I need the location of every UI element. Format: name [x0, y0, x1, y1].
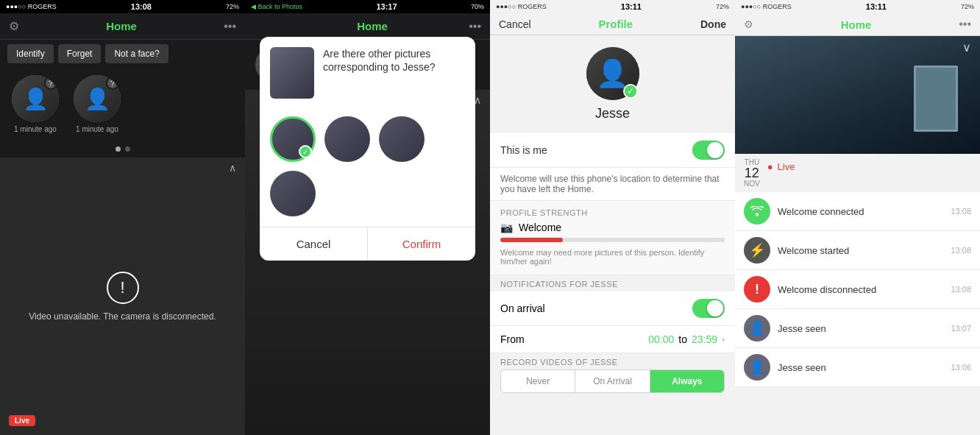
- modal-cancel-button[interactable]: Cancel: [260, 227, 368, 261]
- nav-title-1: Home: [106, 20, 137, 32]
- chevron-down-icon[interactable]: ∨: [962, 40, 971, 54]
- battery-3: 72%: [716, 3, 729, 10]
- nav-bar-4: ⚙ Home •••: [735, 13, 980, 36]
- from-time: 00:00: [648, 333, 674, 345]
- date-badge: THU 12 NOV ● Live: [735, 154, 980, 192]
- activity-item-4[interactable]: 👤 Jesse seen 13:06: [735, 348, 980, 387]
- face-item-1[interactable]: 👤 ? 1 minute ago: [12, 75, 59, 133]
- activity-time-3: 13:07: [951, 324, 971, 333]
- nav-bar-1: ⚙ Home •••: [0, 13, 245, 40]
- panel-profile: ●●●○○ ROGERS 13:11 72% Cancel Profile Do…: [490, 0, 735, 435]
- activity-text-1: Welcome started: [778, 245, 943, 256]
- nav-dots-2[interactable]: •••: [469, 20, 481, 33]
- time-4: 13:11: [866, 2, 887, 11]
- modal-face-4[interactable]: [270, 171, 316, 216]
- modal-preview-face: [270, 47, 314, 99]
- this-is-me-label: This is me: [500, 144, 547, 156]
- date-month: NOV: [744, 180, 760, 188]
- profile-avatar: 👤 ✓: [586, 47, 639, 100]
- location-note: Welcome will use this phone's location t…: [490, 168, 735, 201]
- identify-button[interactable]: Identify: [7, 44, 54, 63]
- on-arrival-toggle[interactable]: [692, 299, 725, 318]
- chevron-right-icon: ›: [722, 334, 725, 344]
- to-time: 23:59: [692, 333, 717, 345]
- activity-text-2: Welcome disconnected: [778, 284, 943, 295]
- strength-bar-fill: [500, 238, 563, 242]
- record-buttons: Never On Arrival Always: [500, 369, 725, 393]
- panel-home-disconnected: ●●●○○ ROGERS 13:08 72% ⚙ Home ••• Identi…: [0, 0, 245, 435]
- time-2: 13:17: [376, 2, 397, 11]
- on-arrival-row[interactable]: On arrival: [490, 291, 735, 326]
- wifi-icon: [744, 198, 770, 224]
- check-icon: ✓: [299, 145, 312, 158]
- face-time-2: 1 minute ago: [76, 125, 118, 133]
- cancel-button-3[interactable]: Cancel: [499, 18, 531, 30]
- live-feed: ∨: [735, 36, 980, 154]
- activity-text-3: Jesse seen: [778, 323, 943, 334]
- notifications-header: NOTIFICATIONS FOR JESSE: [490, 275, 735, 291]
- carrier-3: ●●●○○ ROGERS: [496, 3, 547, 10]
- chevron-up-icon[interactable]: ∧: [229, 162, 236, 174]
- this-is-me-toggle[interactable]: [692, 141, 725, 160]
- alert-circle-icon: !: [107, 272, 139, 304]
- toggle-knob: [707, 142, 723, 158]
- to-label: to: [678, 333, 687, 345]
- carrier-1: ●●●○○ ROGERS: [6, 3, 57, 10]
- not-a-face-button[interactable]: Not a face?: [105, 44, 168, 63]
- strength-note: Welcome may need more pictures of this p…: [500, 247, 725, 267]
- panel-home-modal: ◀ Back to Photos 13:17 70% Home ••• ? ? …: [245, 0, 490, 435]
- activity-time-2: 13:08: [951, 285, 971, 294]
- record-section-header: RECORD VIDEOS OF JESSE: [490, 353, 735, 369]
- time-range-row[interactable]: From 00:00 to 23:59 ›: [490, 326, 735, 353]
- nav-dots-4[interactable]: •••: [959, 18, 971, 31]
- face-grid-1: 👤 ? 1 minute ago 👤 ? 1 minute ago: [0, 68, 245, 141]
- profile-strength-section: PROFILE STRENGTH 📷 Welcome Welcome may n…: [490, 201, 735, 275]
- page-dots-1: [0, 141, 245, 158]
- nav-title-2: Home: [357, 20, 388, 32]
- activity-text-0: Welcome connected: [778, 206, 943, 217]
- strength-bar: [500, 238, 725, 242]
- activity-item-1[interactable]: ⚡ Welcome started 13:08: [735, 231, 980, 270]
- panel-live-activity: ●●●○○ ROGERS 13:11 72% ⚙ Home ••• ∨ THU …: [735, 0, 980, 435]
- gear-icon-1[interactable]: ⚙: [9, 19, 19, 33]
- this-is-me-row[interactable]: This is me: [490, 133, 735, 168]
- forget-button[interactable]: Forget: [58, 44, 102, 63]
- face-icon-4: 👤: [744, 354, 770, 381]
- activity-item-3[interactable]: 👤 Jesse seen 13:07: [735, 309, 980, 348]
- activity-item-2[interactable]: ! Welcome disconnected 13:08: [735, 270, 980, 309]
- modal-face-selected[interactable]: ✓: [270, 116, 316, 162]
- profile-title: Profile: [598, 18, 633, 30]
- modal-face-3[interactable]: [379, 116, 425, 162]
- record-never-button[interactable]: Never: [501, 370, 575, 392]
- activity-text-4: Jesse seen: [778, 362, 943, 373]
- modal-confirm-button[interactable]: Confirm: [368, 227, 475, 261]
- live-dot-icon: ●: [767, 161, 773, 172]
- welcome-label: Welcome: [519, 222, 561, 233]
- face-circle-2: 👤 ?: [74, 75, 121, 122]
- toggle-knob-2: [707, 300, 723, 316]
- dot-inactive: [125, 146, 130, 152]
- profile-nav: Cancel Profile Done: [490, 13, 735, 35]
- gear-icon-4[interactable]: ⚙: [744, 18, 753, 30]
- nav-dots-1[interactable]: •••: [224, 20, 236, 33]
- record-on-arrival-button[interactable]: On Arrival: [575, 370, 650, 392]
- live-text: Live: [778, 161, 795, 172]
- battery-1: 72%: [226, 3, 239, 10]
- nav-bar-2: Home •••: [245, 13, 490, 40]
- activity-time-0: 13:08: [951, 207, 971, 216]
- face-time-1: 1 minute ago: [14, 125, 57, 133]
- dot-active: [116, 146, 121, 152]
- door-visual: [914, 66, 958, 132]
- face-badge-1: ?: [44, 77, 57, 90]
- face-item-2[interactable]: 👤 ? 1 minute ago: [74, 75, 121, 133]
- back-photos[interactable]: ◀ Back to Photos: [251, 3, 302, 10]
- identify-modal: Are there other pictures corresponding t…: [260, 37, 475, 261]
- activity-time-4: 13:06: [951, 363, 971, 372]
- modal-face-2[interactable]: [324, 116, 370, 162]
- face-badge-2: ?: [106, 77, 119, 90]
- time-3: 13:11: [621, 2, 642, 11]
- activity-list: Welcome connected 13:08 ⚡ Welcome starte…: [735, 192, 980, 435]
- activity-item-0[interactable]: Welcome connected 13:08: [735, 192, 980, 231]
- record-always-button[interactable]: Always: [650, 370, 724, 392]
- done-button[interactable]: Done: [700, 18, 726, 30]
